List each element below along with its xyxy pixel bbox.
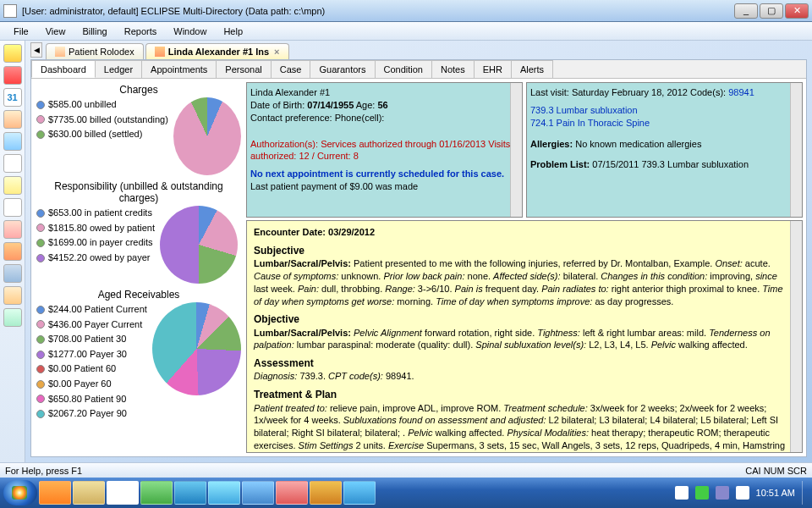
chart-title-aged: Aged Receivables xyxy=(36,289,241,301)
person-icon xyxy=(155,47,165,57)
subtab-dashboard[interactable]: Dashboard xyxy=(31,60,96,78)
legend-label: $1699.00 in payer credits xyxy=(48,235,153,251)
assessment-heading: Assessment xyxy=(254,356,787,370)
legend-swatch xyxy=(36,335,45,344)
taskbar-folder-icon[interactable] xyxy=(73,481,105,505)
subtab-appointments[interactable]: Appointments xyxy=(141,60,217,78)
tool-search-icon[interactable] xyxy=(3,132,22,151)
menu-window[interactable]: Window xyxy=(165,25,215,38)
taskbar-app-icon[interactable] xyxy=(343,481,376,505)
chart-title-charges: Charges xyxy=(36,84,241,96)
close-button[interactable]: ✕ xyxy=(785,3,809,19)
scrollbar[interactable] xyxy=(790,221,802,452)
legend-label: $653.00 in patient credits xyxy=(48,206,152,221)
start-button[interactable] xyxy=(3,480,37,505)
legend-swatch xyxy=(36,395,45,403)
tool-money-icon[interactable] xyxy=(3,286,22,305)
tool-save-icon[interactable] xyxy=(3,220,22,239)
taskbar-explorer-icon[interactable] xyxy=(39,481,71,505)
tool-notepad-icon[interactable] xyxy=(3,44,22,63)
menu-file[interactable]: File xyxy=(5,25,37,38)
subtab-personal[interactable]: Personal xyxy=(216,60,271,78)
subtab-notes[interactable]: Notes xyxy=(431,60,475,78)
menu-view[interactable]: View xyxy=(37,25,74,38)
authorization-text: Authorization(s): Services authorized th… xyxy=(250,138,518,163)
tool-chart-icon[interactable] xyxy=(3,308,22,327)
tool-clipboard-icon[interactable] xyxy=(3,176,22,195)
dob-label: Date of Birth: xyxy=(250,100,304,110)
legend-label: $436.00 Payer Current xyxy=(48,318,142,333)
legend-swatch xyxy=(36,224,45,232)
record-subtabs: Dashboard Ledger Appointments Personal C… xyxy=(31,60,806,79)
legend-responsibility: $653.00 in patient credits $1815.80 owed… xyxy=(36,206,155,284)
scrollbar[interactable] xyxy=(510,83,522,217)
taskbar-app-icon[interactable] xyxy=(140,481,173,505)
no-appointment-text: No next appointment is currently schedul… xyxy=(250,168,518,180)
legend-swatch xyxy=(36,254,45,262)
pie-aged xyxy=(152,302,241,395)
status-help-text: For Help, press F1 xyxy=(5,466,82,476)
subtab-guarantors[interactable]: Guarantors xyxy=(310,60,375,78)
subtab-condition[interactable]: Condition xyxy=(375,60,432,78)
visit-info-box: Last visit: Saturday February 18, 2012 C… xyxy=(526,82,803,218)
tray-icon[interactable] xyxy=(675,486,689,500)
subjective-text: Lumbar/Sacral/Pelvis: Patient presented … xyxy=(254,257,787,307)
tab-patient-record[interactable]: Linda Alexander #1 Ins× xyxy=(145,43,289,59)
taskbar-ie-icon[interactable] xyxy=(174,481,206,505)
rolodex-icon xyxy=(55,47,65,57)
minimize-button[interactable]: _ xyxy=(734,3,758,19)
diagnosis-link[interactable]: 724.1 Pain In Thoracic Spine xyxy=(530,117,798,130)
taskbar-app-icon[interactable] xyxy=(107,481,139,505)
tool-delete-icon[interactable] xyxy=(3,154,22,173)
show-desktop-button[interactable] xyxy=(802,481,809,505)
tool-rolodex-icon[interactable] xyxy=(3,110,22,129)
menu-reports[interactable]: Reports xyxy=(116,25,166,38)
legend-swatch xyxy=(36,320,45,329)
tool-graph-icon[interactable] xyxy=(3,264,22,283)
taskbar-clock[interactable]: 10:51 AM xyxy=(756,488,795,498)
legend-label: $7735.00 billed (outstanding) xyxy=(48,113,168,128)
tray-icon[interactable] xyxy=(695,486,709,500)
diagnosis-link[interactable]: 739.3 Lumbar subluxation xyxy=(530,104,798,117)
legend-label: $1815.80 owed by patient xyxy=(48,221,155,236)
taskbar-app-icon[interactable] xyxy=(310,481,342,505)
subtab-alerts[interactable]: Alerts xyxy=(511,60,553,78)
legend-label: $1277.00 Payer 30 xyxy=(48,347,127,362)
patient-name: Linda Alexander #1 xyxy=(250,87,330,97)
tab-patient-rolodex[interactable]: Patient Rolodex xyxy=(46,43,144,59)
legend-swatch xyxy=(36,351,45,359)
taskbar-app-icon[interactable] xyxy=(208,481,240,505)
last-payment-text: Last patient payment of $9.00 was made xyxy=(250,180,518,193)
left-toolbar: 31 xyxy=(0,41,25,462)
tab-scroll-left[interactable]: ◀ xyxy=(30,42,42,58)
tool-calendar-icon[interactable]: 31 xyxy=(3,88,22,107)
tab-close-icon[interactable]: × xyxy=(274,47,279,57)
last-visit-code[interactable]: 98941 xyxy=(728,87,754,97)
subtab-ledger[interactable]: Ledger xyxy=(95,60,142,78)
legend-swatch xyxy=(36,115,45,124)
taskbar-app-icon[interactable] xyxy=(276,481,308,505)
tray-network-icon[interactable] xyxy=(716,486,729,500)
legend-aged: $244.00 Patient Current $436.00 Payer Cu… xyxy=(36,302,147,422)
windows-taskbar: 10:51 AM xyxy=(0,478,812,508)
tab-label: Linda Alexander #1 Ins xyxy=(168,47,269,57)
taskbar-app-icon[interactable] xyxy=(242,481,274,505)
patient-info-box: Linda Alexander #1 Date of Birth: 07/14/… xyxy=(246,82,523,218)
tool-person-icon[interactable] xyxy=(3,242,22,261)
tray-volume-icon[interactable] xyxy=(736,486,749,500)
subtab-case[interactable]: Case xyxy=(271,60,311,78)
tool-page-icon[interactable] xyxy=(3,198,22,217)
subtab-ehr[interactable]: EHR xyxy=(474,60,512,78)
scrollbar[interactable] xyxy=(790,83,802,217)
legend-swatch xyxy=(36,365,45,373)
tool-book-icon[interactable] xyxy=(3,66,22,85)
menu-help[interactable]: Help xyxy=(215,25,251,38)
objective-text: Lumbar/Sacral/Pelvis: Pelvic Alignment f… xyxy=(254,327,787,352)
menu-billing[interactable]: Billing xyxy=(74,25,115,38)
maximize-button[interactable]: ▢ xyxy=(760,3,783,19)
soap-note-panel: Encounter Date: 03/29/2012 Subjective Lu… xyxy=(246,220,803,453)
legend-label: $585.00 unbilled xyxy=(48,97,117,113)
legend-swatch xyxy=(36,410,45,418)
window-titlebar: [User: administrator, default] ECLIPSE M… xyxy=(0,0,812,22)
legend-swatch xyxy=(36,306,45,314)
